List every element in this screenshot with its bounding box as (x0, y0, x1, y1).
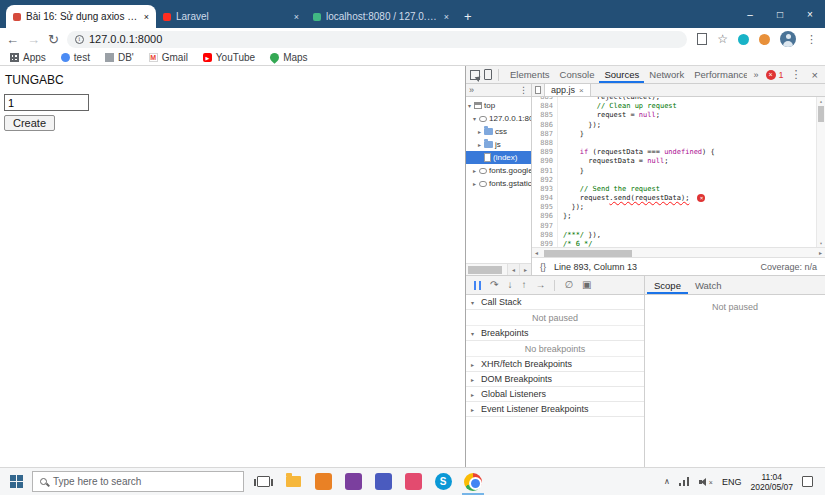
url-text[interactable]: 127.0.0.1:8000 (89, 33, 162, 45)
section-call-stack[interactable]: ▾Call Stack (466, 295, 644, 310)
profile-avatar[interactable] (780, 31, 796, 47)
tab-close-icon[interactable]: × (294, 12, 299, 22)
scrollbar-thumb[interactable] (544, 250, 632, 257)
tab-close-icon[interactable]: × (444, 12, 449, 22)
line-number[interactable]: 897 (532, 222, 558, 231)
line-number[interactable]: 887 (532, 130, 558, 139)
devtools-menu-icon[interactable]: ⋮ (788, 68, 805, 81)
line-number[interactable]: 884 (532, 102, 558, 111)
scrollbar-thumb[interactable] (468, 266, 502, 274)
pretty-print-icon[interactable]: {} (540, 262, 546, 272)
line-number[interactable]: 894 (532, 194, 558, 203)
devtools-tab-sources[interactable]: Sources (599, 66, 644, 83)
devtools-close-icon[interactable]: × (809, 69, 821, 81)
scrollbar-thumb[interactable] (818, 106, 824, 122)
line-number[interactable]: 899 (532, 240, 558, 247)
file-tab-close-icon[interactable]: × (579, 86, 584, 95)
bookmark-item-maps[interactable]: Maps (270, 52, 307, 63)
step-icon[interactable]: → (535, 280, 545, 290)
network-icon[interactable] (679, 477, 690, 486)
site-info-icon[interactable]: i (75, 35, 84, 44)
navigator-item-fonts-gstatic-com[interactable]: ▸fonts.gstatic.com (466, 177, 531, 190)
bookmark-item-apps[interactable]: Apps (10, 52, 46, 63)
inspect-icon[interactable] (470, 70, 480, 80)
taskbar-app-task-view[interactable] (248, 468, 278, 495)
line-number[interactable]: 885 (532, 111, 558, 120)
tab-watch[interactable]: Watch (688, 276, 729, 294)
browser-tab[interactable]: Laravel× (156, 5, 306, 28)
language-indicator[interactable]: ENG (722, 477, 742, 487)
line-number[interactable]: 886 (532, 121, 558, 130)
bookmark-item-test[interactable]: test (61, 52, 90, 63)
file-tab-appjs[interactable]: app.js × (544, 84, 591, 96)
navigator-scrollbar[interactable]: ◂ ▸ (466, 263, 531, 275)
page-action-icon[interactable] (697, 33, 707, 45)
bookmark-item-db-[interactable]: DB' (105, 52, 134, 63)
devtools-tab-console[interactable]: Console (555, 66, 600, 83)
deactivate-breakpoints-icon[interactable]: ∅ (564, 280, 573, 290)
line-number[interactable]: 895 (532, 203, 558, 212)
line-number[interactable]: 890 (532, 157, 558, 166)
devtools-tab-network[interactable]: Network (644, 66, 689, 83)
window-minimize-button[interactable]: – (735, 0, 765, 28)
scroll-right-icon[interactable]: ▸ (519, 264, 531, 275)
more-tabs-icon[interactable]: » (751, 70, 762, 80)
bookmark-item-gmail[interactable]: MGmail (149, 52, 188, 63)
taskbar-app-app-red[interactable] (398, 468, 428, 495)
navigator-more-tabs-icon[interactable]: » (469, 85, 474, 95)
navigator-item-js[interactable]: ▸js (466, 138, 531, 151)
section-event-listener-breakpoints[interactable]: ▸Event Listener Breakpoints (466, 402, 644, 417)
address-bar[interactable]: i 127.0.0.1:8000 (67, 31, 687, 48)
section-breakpoints[interactable]: ▾Breakpoints (466, 326, 644, 341)
line-number[interactable]: 891 (532, 167, 558, 176)
line-number[interactable]: 889 (532, 148, 558, 157)
taskbar-app-chrome[interactable] (458, 468, 488, 495)
tab-close-icon[interactable]: × (144, 12, 149, 22)
device-toolbar-icon[interactable] (484, 69, 492, 80)
extension-orange-icon[interactable] (759, 34, 770, 45)
window-close-button[interactable]: × (795, 0, 825, 28)
browser-menu-icon[interactable]: ⋮ (806, 34, 817, 45)
action-center-icon[interactable] (802, 476, 813, 487)
window-maximize-button[interactable]: □ (765, 0, 795, 28)
volume-muted-icon[interactable]: × (699, 477, 713, 486)
line-number[interactable]: 896 (532, 212, 558, 221)
step-over-icon[interactable]: ↷ (490, 280, 498, 290)
step-out-icon[interactable]: ↑ (521, 280, 526, 290)
taskbar-app-app-purple[interactable] (338, 468, 368, 495)
editor-horizontal-scrollbar[interactable]: ◂ ▸ (532, 247, 825, 257)
step-into-icon[interactable]: ↓ (507, 280, 512, 290)
taskbar-app-file-explorer[interactable] (278, 468, 308, 495)
forward-icon[interactable]: → (27, 33, 40, 46)
new-tab-button[interactable]: + (456, 9, 482, 28)
taskbar-app-app-indigo[interactable] (368, 468, 398, 495)
pause-on-exceptions-icon[interactable]: ▣ (582, 280, 591, 290)
browser-tab[interactable]: Bài 16: Sử dụng axios để gọi Lar...× (6, 5, 156, 28)
section-xhr-fetch-breakpoints[interactable]: ▸XHR/fetch Breakpoints (466, 357, 644, 372)
scroll-left-icon[interactable]: ◂ (535, 249, 538, 256)
taskbar-app-app-orange[interactable] (308, 468, 338, 495)
error-icon[interactable]: × (697, 194, 705, 202)
browser-tab[interactable]: localhost:8080 / 127.0.0.1 / vuej...× (306, 5, 456, 28)
scroll-down-icon[interactable]: ▾ (819, 240, 822, 246)
taskbar-app-skype[interactable]: S (428, 468, 458, 495)
start-button[interactable] (4, 468, 28, 495)
line-number[interactable]: 898 (532, 231, 558, 240)
tab-scope[interactable]: Scope (647, 276, 688, 294)
extension-teal-icon[interactable] (738, 34, 749, 45)
navigator-item-top[interactable]: ▾top (466, 99, 531, 112)
page-input[interactable] (4, 94, 89, 111)
back-icon[interactable]: ← (6, 33, 19, 46)
pause-icon[interactable] (474, 281, 481, 290)
scroll-right-icon[interactable]: ▸ (819, 249, 822, 256)
bookmark-item-youtube[interactable]: ▶YouTube (203, 52, 255, 63)
hidden-icons-chevron-icon[interactable]: ∧ (664, 477, 670, 486)
devtools-tab-elements[interactable]: Elements (505, 66, 555, 83)
navigator-menu-icon[interactable]: ⋮ (519, 85, 528, 95)
navigator-item--index-[interactable]: (index) (466, 151, 531, 164)
scroll-up-icon[interactable]: ▴ (819, 98, 822, 104)
bookmark-star-icon[interactable]: ☆ (717, 33, 728, 45)
reload-icon[interactable]: ↻ (48, 33, 59, 46)
navigator-item-fonts-googleapis-com[interactable]: ▸fonts.googleapis.com (466, 164, 531, 177)
section-global-listeners[interactable]: ▸Global Listeners (466, 387, 644, 402)
